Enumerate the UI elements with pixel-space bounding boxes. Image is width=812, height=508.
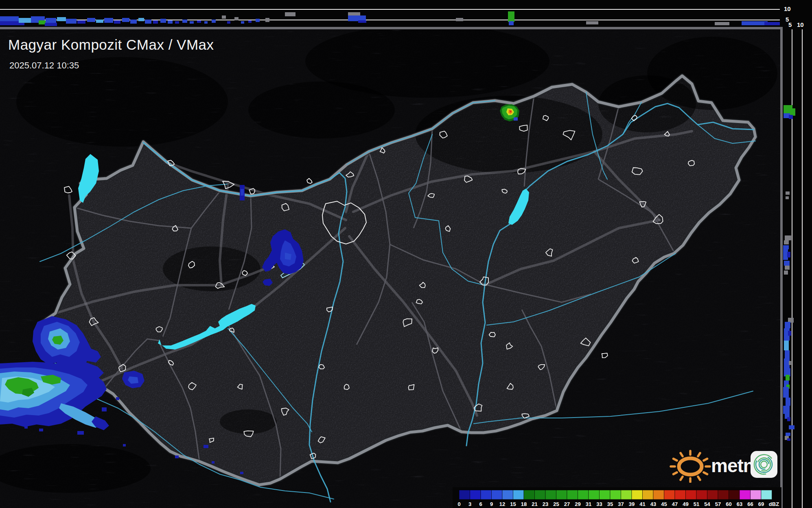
profile-echo-pixel <box>256 19 260 22</box>
top-profile-axis-label-10: 10 <box>784 5 791 12</box>
profile-echo-pixel <box>96 20 103 23</box>
profile-echo-pixel <box>122 18 129 22</box>
radar-echo-pixel <box>204 445 208 448</box>
profile-echo-pixel <box>790 108 795 116</box>
profile-echo-pixel <box>784 270 788 275</box>
profile-echo-pixel <box>789 361 791 365</box>
profile-echo-pixel <box>788 331 791 336</box>
profile-echo-pixel <box>789 425 794 429</box>
profile-echo-pixel <box>45 23 57 26</box>
profile-echo-pixel <box>786 375 790 380</box>
radar-composite-page: Magyar Kompozit CMax / VMax 2025.07.12 1… <box>0 0 812 508</box>
profile-echo-pixel <box>265 18 269 22</box>
profile-echo-pixel <box>787 252 790 257</box>
profile-echo-pixel <box>0 16 19 22</box>
profile-echo-pixel <box>168 20 173 24</box>
profile-echo-pixel <box>248 20 252 23</box>
profile-echo-pixel <box>783 245 789 249</box>
profile-echo-pixel <box>456 18 463 21</box>
legend-color-segment <box>459 490 470 499</box>
legend-tick: 69 <box>754 501 768 507</box>
profile-echo-pixel <box>787 438 790 441</box>
cyclone-app-icon <box>750 451 778 478</box>
sun-icon <box>670 449 711 483</box>
legend-color-segment <box>610 490 621 499</box>
legend-color-segment <box>502 490 513 499</box>
profile-echo-pixel <box>227 21 230 24</box>
page-title: Magyar Kompozit CMax / VMax <box>8 37 214 53</box>
legend-color-segment <box>643 490 654 499</box>
profile-echo-pixel <box>348 12 360 15</box>
profile-echo-pixel <box>204 21 208 24</box>
legend-color-segment <box>535 490 546 499</box>
terrain-shading <box>647 37 777 110</box>
profile-echo-pixel <box>764 22 780 25</box>
profile-echo-pixel <box>46 18 56 23</box>
legend-color-segment <box>696 490 707 499</box>
profile-echo-pixel <box>182 20 187 23</box>
profile-echo-pixel <box>66 19 77 24</box>
legend-color-segment <box>470 490 481 499</box>
radar-echo-pixel <box>77 431 84 435</box>
legend-color-segment <box>707 490 718 499</box>
map-area <box>0 24 781 508</box>
profile-echo-pixel <box>785 350 790 358</box>
radar-echo-pixel <box>241 189 244 196</box>
legend-color-segment <box>729 490 740 499</box>
timestamp: 2025.07.12 10:35 <box>9 60 79 71</box>
profile-echo-pixel <box>742 21 768 25</box>
profile-echo-pixel <box>509 21 514 25</box>
right-profile-axis-label-5: 5 <box>788 21 792 28</box>
legend-color-segment <box>675 490 686 499</box>
legend-color-segment <box>589 490 600 499</box>
profile-echo-pixel <box>197 20 201 23</box>
profile-echo-pixel <box>104 18 113 23</box>
profile-echo-pixel <box>212 20 216 23</box>
profile-echo-pixel <box>234 17 239 20</box>
profile-echo-pixel <box>358 20 366 23</box>
legend-color-segment <box>524 490 535 499</box>
profile-echo-pixel <box>285 12 295 16</box>
profile-echo-pixel <box>786 191 790 195</box>
profile-echo-pixel <box>786 398 790 406</box>
radar-echo-pixel <box>116 397 119 400</box>
profile-echo-pixel <box>57 17 66 21</box>
profile-echo-pixel <box>222 15 226 19</box>
profile-echo-pixel <box>19 18 31 23</box>
profile-echo-pixel <box>783 406 790 414</box>
profile-echo-pixel <box>145 20 151 24</box>
profile-echo-pixel <box>87 18 95 22</box>
legend-color-segment <box>567 490 578 499</box>
profile-echo-pixel <box>175 21 179 24</box>
profile-echo-pixel <box>785 322 790 328</box>
legend-color-segment <box>718 490 729 499</box>
legend-color-segment <box>481 490 492 499</box>
radar-echo-pixel <box>24 426 28 429</box>
legend-color-segment <box>600 490 611 499</box>
legend-color-segment <box>761 490 772 499</box>
profile-echo-pixel <box>785 235 791 240</box>
profile-echo-pixel <box>153 20 158 24</box>
terrain-shading <box>305 24 549 98</box>
legend-color-segment <box>664 490 675 499</box>
legend-color-segment <box>513 490 524 499</box>
radar-map-scene <box>0 0 812 508</box>
profile-echo-pixel <box>190 21 194 24</box>
profile-echo-pixel <box>784 261 790 266</box>
profile-echo-pixel <box>784 358 790 368</box>
radar-echo-pixel <box>240 472 243 474</box>
legend-unit: dBZ <box>767 501 781 507</box>
legend-color-segment <box>751 490 762 499</box>
legend-color-segment <box>556 490 567 499</box>
profile-echo-pixel <box>786 196 789 199</box>
profile-echo-pixel <box>508 11 514 22</box>
profile-echo-pixel <box>130 20 137 24</box>
profile-echo-pixel <box>783 387 789 398</box>
profile-echo-pixel <box>787 417 790 421</box>
terrain-shading <box>220 409 277 434</box>
map-top-frame <box>0 27 783 29</box>
profile-echo-pixel <box>715 22 729 25</box>
radar-echo-pixel <box>175 455 179 458</box>
map-right-frame <box>780 27 783 508</box>
radar-echo-pixel <box>514 117 518 121</box>
